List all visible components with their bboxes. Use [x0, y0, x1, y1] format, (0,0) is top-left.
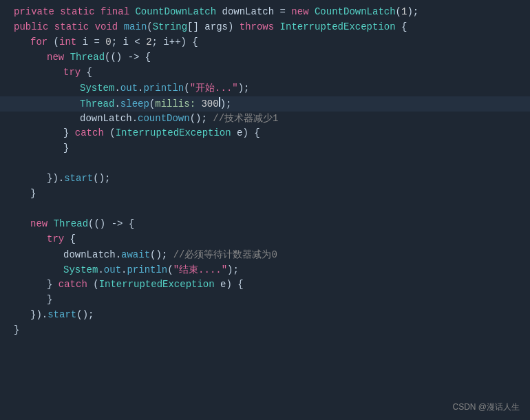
code-line: }).start();	[0, 172, 530, 187]
code-token: {	[81, 67, 92, 78]
code-token: void	[95, 21, 118, 32]
code-token: i	[123, 36, 129, 48]
code-token: ();	[93, 173, 110, 184]
code-token: downLatch	[63, 249, 116, 260]
code-token: (() -> {	[88, 218, 134, 229]
code-token: InterruptedException	[280, 21, 396, 32]
code-token: InterruptedException	[99, 279, 215, 290]
code-token: System	[80, 83, 114, 94]
code-token: (() -> {	[105, 52, 151, 63]
code-line: for (int i = 0; i < 2; i++) {	[0, 36, 530, 51]
code-token: );	[220, 98, 232, 109]
code-token: for	[30, 36, 47, 48]
watermark: CSDN @漫话人生	[452, 401, 520, 413]
code-line: }	[0, 142, 530, 157]
code-token: new	[30, 218, 47, 229]
code-token: InterruptedException	[116, 127, 231, 138]
code-token: "开始..."	[190, 82, 238, 94]
code-token: public	[14, 21, 48, 32]
code-token: catch	[75, 127, 104, 138]
code-line: downLatch.await(); //必须等待计数器减为0	[0, 248, 530, 263]
code-token: try	[63, 67, 81, 78]
code-line: }).start();	[0, 308, 530, 324]
code-token: (	[104, 127, 116, 138]
code-token: CountDownLatch	[135, 6, 216, 17]
code-token	[95, 6, 100, 17]
code-token	[129, 6, 135, 17]
code-token: 300	[201, 98, 218, 109]
code-token: .	[132, 113, 138, 124]
code-token	[309, 6, 315, 17]
code-token: e	[220, 279, 226, 290]
code-token	[76, 36, 82, 48]
code-token: ;	[112, 36, 123, 48]
code-token: Thread	[80, 98, 114, 109]
code-token: ();	[190, 113, 207, 124]
code-token: ++) {	[169, 36, 198, 48]
code-token: .	[114, 83, 120, 94]
code-token: static	[60, 6, 94, 17]
code-line: new Thread(() -> {	[0, 51, 530, 66]
code-token: (	[184, 83, 189, 94]
code-token: }	[47, 294, 52, 305]
code-token	[215, 279, 220, 290]
code-token: println	[143, 83, 184, 94]
code-token: .	[116, 249, 121, 260]
code-line: Thread.sleep(millis: 300);	[0, 96, 530, 112]
code-token: Thread	[54, 218, 88, 229]
code-token: String	[153, 21, 187, 32]
code-token: );	[407, 6, 418, 17]
code-token: }).	[30, 309, 47, 320]
code-line: public static void main(String[] args) t…	[0, 21, 530, 36]
code-token: =	[88, 36, 105, 48]
code-token: .	[114, 98, 120, 109]
code-token: "结束...."	[173, 264, 227, 276]
code-line: try {	[0, 66, 530, 81]
code-token: );	[238, 83, 250, 94]
code-token: );	[227, 264, 239, 275]
code-token: //技术器减少1	[213, 112, 278, 125]
code-token: throws	[240, 21, 274, 32]
code-token	[54, 6, 60, 17]
code-token: 0	[105, 36, 111, 48]
code-token	[216, 6, 222, 17]
code-token: 2	[146, 36, 151, 48]
code-token: i	[163, 36, 169, 48]
code-token: ;	[152, 36, 164, 48]
code-token	[48, 21, 54, 32]
code-token: .	[138, 83, 143, 94]
code-token: }	[63, 143, 69, 154]
code-token: new	[47, 52, 64, 63]
code-line: } catch (InterruptedException e) {	[0, 127, 530, 142]
code-token: ();	[76, 309, 94, 320]
code-line: downLatch.countDown(); //技术器减少1	[0, 112, 530, 127]
code-token: ();	[150, 249, 167, 260]
code-token: 1	[401, 6, 407, 17]
code-line	[0, 202, 530, 218]
code-token: millis:	[155, 98, 201, 109]
code-token	[207, 113, 213, 124]
code-token: downLatch	[80, 113, 132, 124]
code-line	[0, 157, 530, 172]
code-token: =	[274, 6, 291, 17]
code-line: }	[0, 187, 530, 202]
code-token	[47, 218, 53, 229]
code-token: }	[63, 127, 75, 138]
code-token: {	[64, 233, 76, 244]
code-token: (	[87, 279, 99, 290]
code-token: i	[83, 36, 88, 48]
code-token: sleep	[120, 98, 149, 109]
code-token: CountDownLatch	[315, 6, 396, 17]
code-token: (	[147, 21, 152, 32]
code-token: (	[149, 98, 155, 109]
code-token: catch	[59, 279, 87, 290]
code-token: .	[98, 264, 103, 275]
code-token	[274, 21, 279, 32]
code-token: Thread	[70, 52, 105, 63]
code-token: final	[100, 6, 129, 17]
code-token: start	[64, 173, 93, 184]
code-token: ) {	[242, 127, 259, 138]
code-token: //必须等待计数器减为0	[173, 249, 277, 261]
code-line: }	[0, 293, 530, 308]
code-token: )	[228, 21, 240, 32]
